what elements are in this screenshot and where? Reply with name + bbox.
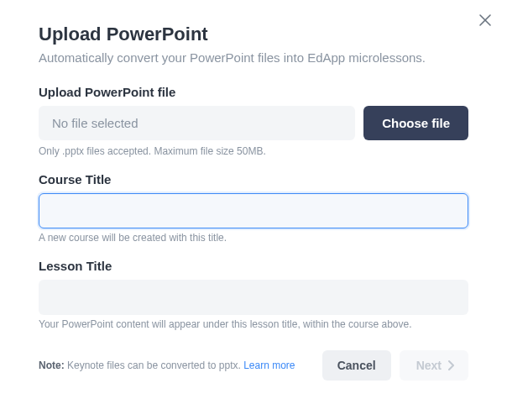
footer-note: Note: Keynote files can be converted to … — [39, 360, 312, 371]
note-strong: Note: — [39, 360, 65, 371]
note-text: Keynote files can be converted to pptx. — [65, 360, 243, 371]
lesson-title-input[interactable] — [39, 280, 468, 315]
course-title-field: Course Title A new course will be create… — [39, 172, 468, 244]
next-button[interactable]: Next — [400, 350, 468, 381]
footer-actions: Cancel Next — [322, 350, 468, 381]
next-button-label: Next — [416, 359, 442, 372]
choose-file-button[interactable]: Choose file — [363, 106, 468, 140]
lesson-title-label: Lesson Title — [39, 259, 468, 273]
lesson-title-field: Lesson Title Your PowerPoint content wil… — [39, 259, 468, 330]
lesson-title-hint: Your PowerPoint content will appear unde… — [39, 318, 468, 330]
modal-subtitle: Automatically convert your PowerPoint fi… — [39, 50, 468, 65]
file-upload-hint: Only .pptx files accepted. Maximum file … — [39, 145, 468, 157]
course-title-input[interactable] — [39, 193, 468, 228]
modal-footer: Note: Keynote files can be converted to … — [39, 350, 468, 381]
upload-powerpoint-modal: Upload PowerPoint Automatically convert … — [0, 0, 507, 397]
file-upload-label: Upload PowerPoint file — [39, 85, 468, 99]
chevron-right-icon — [448, 360, 455, 370]
close-icon[interactable] — [477, 12, 494, 29]
cancel-button[interactable]: Cancel — [322, 350, 391, 381]
modal-title: Upload PowerPoint — [39, 24, 468, 45]
file-upload-field: Upload PowerPoint file No file selected … — [39, 85, 468, 157]
learn-more-link[interactable]: Learn more — [243, 360, 295, 371]
course-title-label: Course Title — [39, 172, 468, 186]
course-title-hint: A new course will be created with this t… — [39, 232, 468, 244]
file-selected-display: No file selected — [39, 106, 355, 140]
